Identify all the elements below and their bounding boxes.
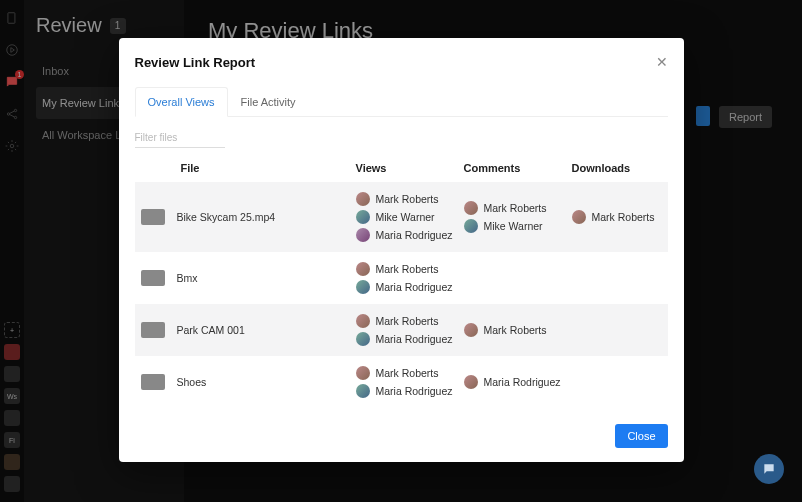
people-list: Mark RobertsMike Warner	[464, 201, 572, 233]
avatar	[356, 262, 370, 276]
person: Mike Warner	[356, 210, 464, 224]
person: Mark Roberts	[356, 192, 464, 206]
avatar	[356, 192, 370, 206]
person-name: Mike Warner	[376, 211, 435, 223]
avatar	[356, 210, 370, 224]
tab-file-activity[interactable]: File Activity	[228, 87, 309, 117]
tab-overall-views[interactable]: Overall Views	[135, 87, 228, 117]
table-row: BmxMark RobertsMaria Rodriguez	[135, 252, 668, 304]
avatar	[464, 219, 478, 233]
dialog-title: Review Link Report	[135, 55, 256, 70]
person-name: Mark Roberts	[592, 211, 655, 223]
person: Maria Rodriguez	[356, 280, 464, 294]
person: Maria Rodriguez	[356, 332, 464, 346]
person-name: Mark Roberts	[484, 324, 547, 336]
filter-files-input[interactable]	[135, 128, 225, 148]
person: Mark Roberts	[464, 323, 572, 337]
table-body: Bike Skycam 25.mp4Mark RobertsMike Warne…	[135, 182, 668, 408]
col-header-downloads: Downloads	[572, 162, 662, 174]
person: Mark Roberts	[464, 201, 572, 215]
person: Maria Rodriguez	[356, 384, 464, 398]
avatar	[572, 210, 586, 224]
table-row: Bike Skycam 25.mp4Mark RobertsMike Warne…	[135, 182, 668, 252]
modal-overlay: Review Link Report ✕ Overall Views File …	[0, 0, 802, 502]
col-header-comments: Comments	[464, 162, 572, 174]
people-list: Maria Rodriguez	[464, 375, 572, 389]
file-thumbnail	[141, 270, 165, 286]
person-name: Maria Rodriguez	[376, 229, 453, 241]
person-name: Mark Roberts	[376, 263, 439, 275]
avatar	[356, 384, 370, 398]
chat-bubble-icon[interactable]	[754, 454, 784, 484]
person-name: Maria Rodriguez	[376, 281, 453, 293]
file-thumbnail	[141, 374, 165, 390]
people-list: Mark RobertsMike WarnerMaria Rodriguez	[356, 192, 464, 242]
person: Mark Roberts	[572, 210, 662, 224]
person: Mike Warner	[464, 219, 572, 233]
person: Maria Rodriguez	[356, 228, 464, 242]
person-name: Maria Rodriguez	[376, 385, 453, 397]
person: Mark Roberts	[356, 262, 464, 276]
file-thumbnail	[141, 322, 165, 338]
file-thumbnail	[141, 209, 165, 225]
person-name: Mark Roberts	[376, 315, 439, 327]
close-icon[interactable]: ✕	[656, 54, 668, 70]
person: Mark Roberts	[356, 314, 464, 328]
review-link-report-dialog: Review Link Report ✕ Overall Views File …	[119, 38, 684, 462]
close-button[interactable]: Close	[615, 424, 667, 448]
person-name: Mark Roberts	[376, 193, 439, 205]
avatar	[464, 201, 478, 215]
person-name: Maria Rodriguez	[484, 376, 561, 388]
table-row: Park CAM 001Mark RobertsMaria RodriguezM…	[135, 304, 668, 356]
file-name: Park CAM 001	[177, 324, 245, 336]
file-name: Shoes	[177, 376, 207, 388]
avatar	[356, 280, 370, 294]
col-header-views: Views	[356, 162, 464, 174]
person-name: Maria Rodriguez	[376, 333, 453, 345]
avatar	[356, 332, 370, 346]
file-name: Bike Skycam 25.mp4	[177, 211, 276, 223]
avatar	[464, 323, 478, 337]
dialog-tabs: Overall Views File Activity	[135, 86, 668, 117]
people-list: Mark RobertsMaria Rodriguez	[356, 366, 464, 398]
people-list: Mark RobertsMaria Rodriguez	[356, 314, 464, 346]
avatar	[356, 314, 370, 328]
col-header-file: File	[141, 162, 356, 174]
avatar	[356, 366, 370, 380]
people-list: Mark RobertsMaria Rodriguez	[356, 262, 464, 294]
person-name: Mark Roberts	[484, 202, 547, 214]
person: Maria Rodriguez	[464, 375, 572, 389]
person: Mark Roberts	[356, 366, 464, 380]
table-row: ShoesMark RobertsMaria RodriguezMaria Ro…	[135, 356, 668, 408]
people-list: Mark Roberts	[572, 210, 662, 224]
table-header: File Views Comments Downloads	[135, 154, 668, 182]
avatar	[356, 228, 370, 242]
person-name: Mike Warner	[484, 220, 543, 232]
people-list: Mark Roberts	[464, 323, 572, 337]
file-name: Bmx	[177, 272, 198, 284]
avatar	[464, 375, 478, 389]
person-name: Mark Roberts	[376, 367, 439, 379]
